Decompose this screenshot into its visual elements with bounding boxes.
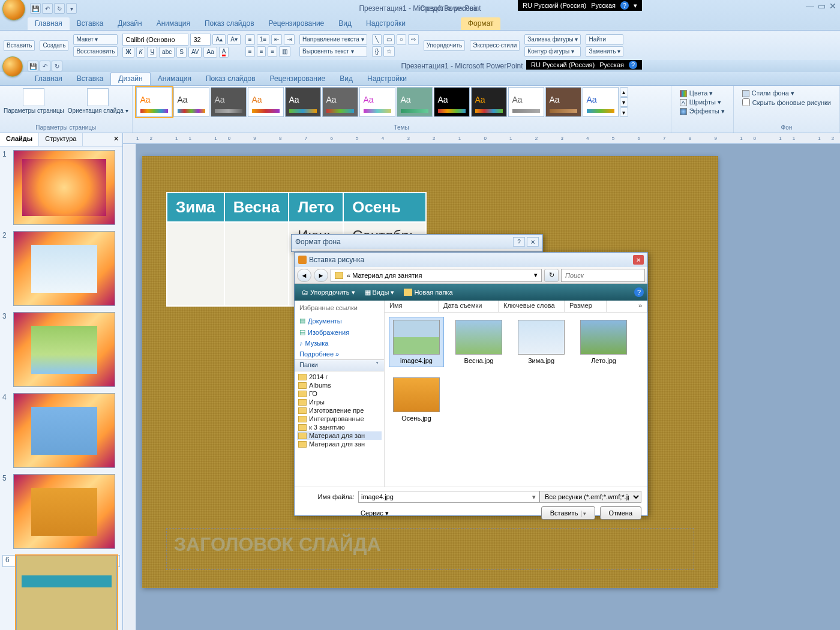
- lang-kb[interactable]: Русская: [591, 2, 616, 9]
- tab2-insert[interactable]: Вставка: [70, 73, 111, 85]
- bg-styles-button[interactable]: Стили фона ▾: [742, 89, 831, 97]
- shape-fill-button[interactable]: Заливка фигуры ▾: [524, 34, 581, 45]
- text-direction-button[interactable]: Направление текста ▾: [299, 34, 367, 45]
- table-header[interactable]: Осень: [343, 193, 426, 222]
- tab-format[interactable]: Формат: [461, 17, 501, 30]
- table-header[interactable]: Весна: [224, 193, 289, 222]
- forward-icon[interactable]: ►: [314, 269, 328, 282]
- new-slide-button[interactable]: Создать: [40, 40, 68, 51]
- table-cell[interactable]: [224, 222, 289, 306]
- tools-button[interactable]: Сервис ▾: [361, 509, 389, 517]
- tree-item[interactable]: ГО: [297, 389, 382, 398]
- slide-thumb[interactable]: [13, 474, 115, 549]
- slide-thumbnails[interactable]: 1 2 3 4 5 6: [0, 146, 122, 630]
- arrange-button[interactable]: Упорядочить: [424, 40, 466, 51]
- quick-styles-button[interactable]: Экспресс-стили: [470, 40, 520, 51]
- slide-thumb[interactable]: [13, 231, 115, 306]
- search-input[interactable]: [561, 269, 645, 282]
- tab2-home[interactable]: Главная: [28, 73, 70, 85]
- tab2-review[interactable]: Рецензирование: [263, 73, 333, 85]
- tree-item[interactable]: Игры: [297, 398, 382, 406]
- font-size-combo[interactable]: [190, 34, 211, 46]
- indent-dec-icon[interactable]: ⇤: [271, 34, 282, 45]
- fav-music[interactable]: ♪Музыка: [299, 338, 379, 349]
- minimize-icon[interactable]: —: [806, 1, 814, 11]
- filter-combo[interactable]: Все рисунки (*.emf;*.wmf;*.jpg;: [539, 491, 641, 503]
- orientation-button[interactable]: Ориентация слайда ▾: [68, 87, 128, 114]
- insert-button[interactable]: Вставить: [541, 506, 595, 520]
- shapes-gallery[interactable]: ╲ ▭ ○ ⇨: [372, 34, 419, 45]
- slide-thumb[interactable]: [13, 150, 115, 225]
- tab-view[interactable]: Вид: [331, 17, 359, 30]
- folders-header[interactable]: Папки˅: [295, 359, 384, 371]
- tab-review[interactable]: Рецензирование: [262, 17, 332, 30]
- organize-button[interactable]: 🗂Упорядочить ▾: [298, 287, 359, 298]
- align-left-icon[interactable]: ≡: [245, 46, 255, 57]
- tab2-slideshow[interactable]: Показ слайдов: [199, 73, 263, 85]
- grow-font-icon[interactable]: A▴: [212, 34, 226, 45]
- slide-thumb[interactable]: [16, 556, 117, 630]
- shrink-font-icon[interactable]: A▾: [227, 34, 241, 45]
- theme-item[interactable]: Aa: [359, 87, 395, 117]
- theme-item[interactable]: Aa: [397, 87, 433, 117]
- title-placeholder[interactable]: ЗАГОЛОВОК СЛАЙДА: [166, 528, 694, 570]
- shape-arrow-icon[interactable]: ⇨: [408, 34, 419, 45]
- tab-design[interactable]: Дизайн: [110, 17, 149, 30]
- file-item[interactable]: Весна.jpg: [452, 317, 506, 367]
- col-name[interactable]: Имя: [385, 301, 439, 312]
- save-icon-2[interactable]: 💾: [28, 61, 38, 71]
- theme-item[interactable]: Aa: [136, 87, 172, 117]
- horizontal-ruler[interactable]: 12 11 10 9 8 7 6 5 4 3 2 1 0 1 2 3 4 5 6…: [123, 133, 840, 144]
- theme-item[interactable]: Aa: [173, 87, 209, 117]
- shape-oval-icon[interactable]: ○: [397, 34, 406, 45]
- fav-documents[interactable]: ▤Документы: [299, 315, 379, 326]
- redo-icon[interactable]: ↻: [54, 3, 65, 14]
- font-combo[interactable]: [122, 34, 188, 46]
- indent-inc-icon[interactable]: ⇥: [284, 34, 295, 45]
- fonts-button[interactable]: AШрифты ▾: [680, 98, 725, 106]
- back-icon[interactable]: ◄: [297, 269, 311, 282]
- file-item[interactable]: Зима.jpg: [514, 317, 568, 367]
- views-button[interactable]: ▦Виды ▾: [361, 287, 398, 298]
- theme-item[interactable]: Aa: [322, 87, 358, 117]
- theme-item[interactable]: Aa: [583, 87, 619, 117]
- effects-button[interactable]: Эффекты ▾: [680, 107, 725, 115]
- maximize-icon[interactable]: ▭: [818, 1, 826, 11]
- shape-rect-icon[interactable]: ▭: [383, 34, 395, 45]
- table-header[interactable]: Зима: [167, 193, 224, 222]
- strike-icon[interactable]: abc: [159, 47, 175, 58]
- tab2-addins[interactable]: Надстройки: [360, 73, 414, 85]
- language-bar[interactable]: RU Русский (Россия) Русская ?▾: [518, 0, 642, 11]
- save-icon[interactable]: 💾: [30, 3, 41, 14]
- filename-input[interactable]: [358, 491, 539, 503]
- tab2-view[interactable]: Вид: [332, 73, 360, 85]
- tab2-design[interactable]: Дизайн: [110, 72, 150, 85]
- theme-item[interactable]: Aa: [434, 87, 470, 117]
- fav-pictures[interactable]: ▤Изображения: [299, 326, 379, 338]
- tree-item[interactable]: к 3 занятию: [297, 423, 382, 431]
- bold-icon[interactable]: Ж: [122, 47, 134, 58]
- spacing-icon[interactable]: AV: [188, 47, 202, 58]
- tree-item[interactable]: 2014 г: [297, 373, 382, 381]
- theme-item[interactable]: Aa: [508, 87, 544, 117]
- tree-item[interactable]: Изготовление пре: [297, 406, 382, 415]
- file-grid[interactable]: image4.jpg Весна.jpg Зима.jpg Лето.jpg О…: [385, 313, 647, 487]
- colors-button[interactable]: Цвета ▾: [680, 89, 725, 97]
- paste-button[interactable]: Вставить: [4, 40, 35, 51]
- language-bar-2[interactable]: RU Русский (Россия) Русская ?: [526, 60, 642, 70]
- theme-item[interactable]: Aa: [471, 87, 507, 117]
- theme-item[interactable]: Aa: [285, 87, 321, 117]
- cancel-button[interactable]: Отмена: [600, 506, 641, 520]
- table-cell[interactable]: [167, 222, 224, 306]
- close-icon[interactable]: ✕: [633, 255, 644, 265]
- col-keywords[interactable]: Ключевые слова: [499, 301, 565, 312]
- tree-item[interactable]: Интегрированные: [297, 415, 382, 423]
- tree-item[interactable]: Материал для зан: [297, 440, 382, 448]
- slide-thumb[interactable]: [13, 312, 115, 387]
- font-color-icon[interactable]: A: [219, 47, 229, 58]
- shape-more-icon[interactable]: {}: [372, 46, 382, 57]
- lang-ru[interactable]: RU Русский (Россия): [523, 2, 586, 9]
- gallery-up-icon[interactable]: ▴: [620, 87, 628, 97]
- tab-insert[interactable]: Вставка: [70, 17, 111, 30]
- underline-icon[interactable]: Ч: [147, 47, 157, 58]
